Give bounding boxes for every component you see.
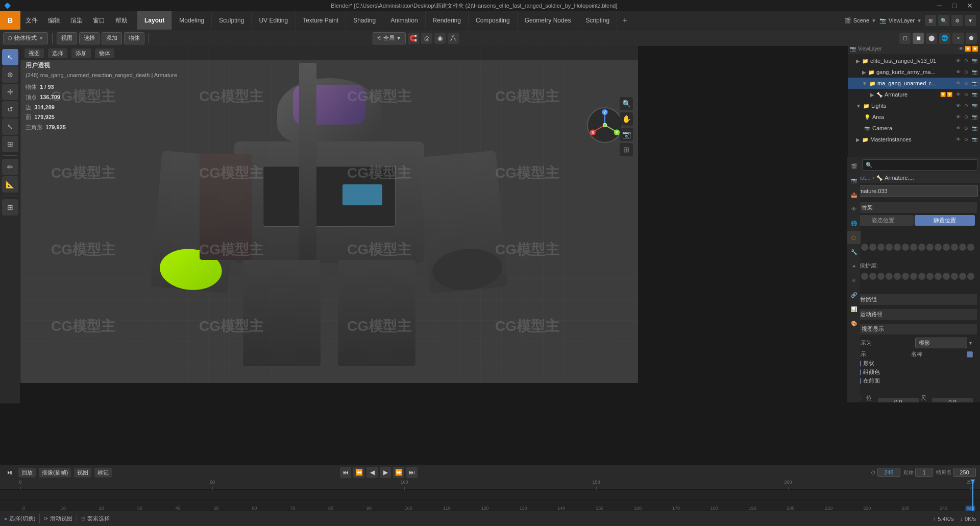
- vp-object-menu[interactable]: 物体: [95, 49, 114, 58]
- camera-view-tool[interactable]: 📷: [620, 128, 633, 141]
- layout-view-tool[interactable]: ⊞: [620, 143, 633, 156]
- protect-dot-5[interactable]: [894, 273, 901, 280]
- outliner-item-0[interactable]: ▶ 📁 elite_fast_ranged_lv13_01 👁 ⊙ 📷: [848, 55, 980, 66]
- display-name-checkbox[interactable]: [967, 351, 973, 357]
- playback-icon[interactable]: ⏯: [4, 467, 15, 478]
- xray-toggle[interactable]: ⬟: [966, 33, 977, 44]
- vp-select-menu[interactable]: 选择: [48, 49, 67, 58]
- tool-add[interactable]: ⊞: [2, 199, 18, 216]
- tool-annotate[interactable]: ✏: [2, 159, 18, 175]
- tab-sculpting[interactable]: Sculpting: [212, 11, 252, 30]
- layer-dot-1[interactable]: [861, 244, 868, 251]
- tab-scripting[interactable]: Scripting: [578, 11, 617, 30]
- selectable-icon-3[interactable]: ⊙: [963, 91, 970, 98]
- select-menu[interactable]: 选择: [79, 32, 100, 44]
- maximize-button[interactable]: □: [949, 2, 960, 10]
- render-icon-area[interactable]: 📷: [971, 113, 978, 121]
- size-value[interactable]: 0.0: [932, 398, 973, 402]
- step-forward-btn[interactable]: ⏩: [393, 467, 404, 478]
- props-tab-modifier[interactable]: 🔧: [847, 245, 861, 258]
- selectable-icon-2[interactable]: ⊙: [963, 80, 970, 87]
- tl-view[interactable]: 视图: [74, 468, 91, 477]
- tool-cursor[interactable]: ⊕: [2, 66, 18, 83]
- minimize-button[interactable]: ─: [934, 2, 945, 10]
- tab-animation[interactable]: Animation: [383, 11, 425, 30]
- tool-rotate[interactable]: ↺: [2, 101, 18, 117]
- pose-position-btn[interactable]: 姿态位置: [853, 215, 914, 226]
- viewport-overlays[interactable]: ⚬: [952, 33, 964, 44]
- protect-dot-1[interactable]: [861, 273, 868, 280]
- outliner-item-lights[interactable]: ▼ 📁 Lights 👁 ⊙ 📷: [848, 100, 980, 111]
- tab-compositing[interactable]: Compositing: [469, 11, 518, 30]
- layer-dot-2[interactable]: [869, 244, 876, 251]
- render-icon-1[interactable]: 📷: [971, 68, 978, 76]
- protect-dot-11[interactable]: [943, 273, 950, 280]
- visibility-icon-3[interactable]: 👁: [954, 91, 962, 98]
- tab-rendering[interactable]: Rendering: [426, 11, 469, 30]
- tab-modeling[interactable]: Modeling: [172, 11, 212, 30]
- jump-end-btn[interactable]: ⏭: [406, 467, 418, 478]
- layer-dot-4[interactable]: [886, 244, 893, 251]
- visibility-icon-2[interactable]: 👁: [954, 80, 962, 87]
- props-tab-physics[interactable]: ⚛: [847, 274, 861, 287]
- viewport-shading-material[interactable]: ⬤: [926, 33, 937, 44]
- outliner-filter[interactable]: ▼: [965, 15, 976, 26]
- tl-keying[interactable]: 抠像(插帧): [39, 468, 71, 477]
- tab-uv-editing[interactable]: UV Editing: [252, 11, 296, 30]
- protect-dot-4[interactable]: [886, 273, 893, 280]
- protect-dot-13[interactable]: [959, 273, 966, 280]
- tab-shading[interactable]: Shading: [346, 11, 383, 30]
- close-button[interactable]: ✕: [964, 2, 976, 10]
- scene-name[interactable]: Scene: [853, 17, 869, 23]
- viewport-shading-wire[interactable]: ◻: [899, 33, 911, 44]
- viewport-gizmo[interactable]: Z Y X: [587, 107, 623, 143]
- render-icon-master[interactable]: 📷: [971, 136, 978, 143]
- protect-dot-6[interactable]: [902, 273, 909, 280]
- outliner-item-2[interactable]: ▼ 📁 ma_gang_unarmed_r... 👁 ⊙ 📷: [848, 78, 980, 89]
- tl-playback[interactable]: 回放: [18, 468, 36, 477]
- toolbar-icon-btn-2[interactable]: 🔍: [938, 15, 949, 26]
- protect-dot-9[interactable]: [926, 273, 934, 280]
- props-tab-constraints[interactable]: 🔗: [847, 288, 861, 301]
- layer-dot-11[interactable]: [943, 244, 950, 251]
- outliner-item-1[interactable]: ▶ 📁 gang_kurtz_army_ma... 👁 ⊙ 📷: [848, 66, 980, 78]
- viewport-shading-solid[interactable]: ◼: [913, 33, 924, 44]
- layer-dot-13[interactable]: [959, 244, 966, 251]
- selectable-icon-master[interactable]: ⊙: [963, 136, 970, 143]
- section-bone-groups-header[interactable]: ▶ 骨骼组: [851, 294, 977, 305]
- outliner-item-3[interactable]: ▶ 🦴 Armature 🔽 🔽 👁 ⊙ 📷: [848, 89, 980, 100]
- layer-dot-8[interactable]: [918, 244, 925, 251]
- selectable-icon-0[interactable]: ⊙: [963, 57, 970, 64]
- rest-position-btn[interactable]: 静置位置: [915, 215, 975, 226]
- menu-help[interactable]: 帮助: [110, 11, 133, 30]
- jump-start-btn[interactable]: ⏮: [340, 467, 351, 478]
- visibility-icon-lights[interactable]: 👁: [954, 102, 962, 109]
- end-frame-input[interactable]: 250: [953, 468, 976, 477]
- tab-geometry-nodes[interactable]: Geometry Nodes: [518, 11, 579, 30]
- tab-texture-paint[interactable]: Texture Paint: [296, 11, 346, 30]
- selectable-icon-camera[interactable]: ⊙: [963, 125, 970, 132]
- toolbar-icon-btn-1[interactable]: ⊞: [925, 15, 936, 26]
- tool-transform[interactable]: ⊞: [2, 136, 18, 152]
- protect-dot-12[interactable]: [951, 273, 958, 280]
- add-menu[interactable]: 添加: [102, 32, 122, 44]
- section-skeleton-header[interactable]: ▼ 骨架: [851, 202, 977, 213]
- visibility-icon-area[interactable]: 👁: [954, 113, 962, 121]
- mode-dropdown[interactable]: ⬡ 物体模式 ▼: [3, 32, 48, 44]
- object-menu[interactable]: 物体: [124, 32, 144, 44]
- add-workspace-button[interactable]: +: [617, 11, 632, 30]
- menu-file[interactable]: 文件: [20, 11, 43, 30]
- layer-dot-10[interactable]: [935, 244, 942, 251]
- visibility-icon-camera[interactable]: 👁: [954, 125, 962, 132]
- snap-btn[interactable]: 🧲: [408, 33, 419, 44]
- tool-move[interactable]: ✛: [2, 84, 18, 100]
- layer-dot-12[interactable]: [951, 244, 958, 251]
- render-icon-3[interactable]: 📷: [971, 91, 978, 98]
- props-tab-scene[interactable]: 🎬: [847, 159, 861, 173]
- menu-render[interactable]: 渲染: [65, 11, 88, 30]
- current-frame-input[interactable]: 248: [877, 468, 900, 477]
- hand-tool[interactable]: ✋: [620, 112, 633, 126]
- selectable-icon-area[interactable]: ⊙: [963, 113, 970, 121]
- layer-dot-14[interactable]: [967, 244, 974, 251]
- props-tab-material[interactable]: 🎨: [847, 317, 861, 330]
